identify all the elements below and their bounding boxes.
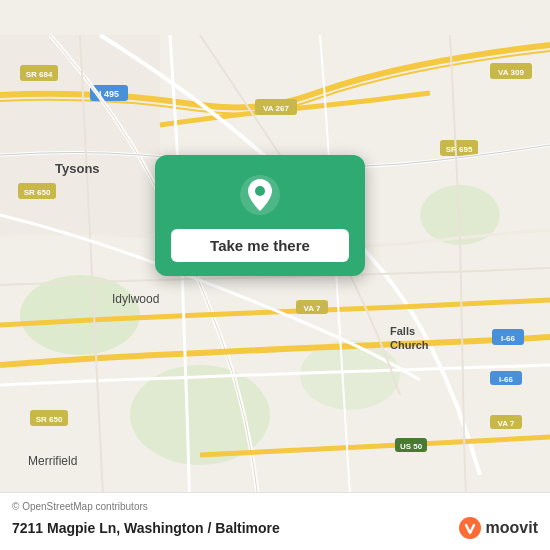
map-container: I 495 SR 684 VA 267 VA 309 SR 695 SR 650… bbox=[0, 0, 550, 550]
moovit-icon bbox=[458, 516, 482, 540]
svg-point-1 bbox=[20, 275, 140, 355]
svg-text:VA 309: VA 309 bbox=[498, 68, 524, 77]
svg-text:SR 684: SR 684 bbox=[26, 70, 53, 79]
bottom-bar: © OpenStreetMap contributors 7211 Magpie… bbox=[0, 492, 550, 550]
address-text: 7211 Magpie Ln, Washington / Baltimore bbox=[12, 520, 280, 536]
svg-text:VA 267: VA 267 bbox=[263, 104, 289, 113]
falls-church-label: Falls bbox=[390, 325, 415, 337]
svg-text:Church: Church bbox=[390, 339, 429, 351]
idylwood-label: Idylwood bbox=[112, 292, 159, 306]
location-pin-icon bbox=[238, 173, 282, 217]
moovit-logo: moovit bbox=[458, 516, 538, 540]
svg-text:I-66: I-66 bbox=[499, 375, 513, 384]
merrifield-label: Merrifield bbox=[28, 454, 77, 468]
attribution: © OpenStreetMap contributors bbox=[12, 501, 538, 512]
svg-text:SR 650: SR 650 bbox=[24, 188, 51, 197]
svg-point-32 bbox=[255, 186, 265, 196]
svg-text:VA 7: VA 7 bbox=[304, 304, 321, 313]
svg-text:US 50: US 50 bbox=[400, 442, 423, 451]
svg-text:VA 7: VA 7 bbox=[498, 419, 515, 428]
svg-text:I-66: I-66 bbox=[501, 334, 515, 343]
svg-point-33 bbox=[459, 517, 481, 539]
address-row: 7211 Magpie Ln, Washington / Baltimore m… bbox=[12, 516, 538, 540]
svg-text:SR 695: SR 695 bbox=[446, 145, 473, 154]
take-me-there-button[interactable]: Take me there bbox=[171, 229, 349, 262]
moovit-text: moovit bbox=[486, 519, 538, 537]
svg-text:SR 650: SR 650 bbox=[36, 415, 63, 424]
tysons-label: Tysons bbox=[55, 161, 100, 176]
location-card: Take me there bbox=[155, 155, 365, 276]
